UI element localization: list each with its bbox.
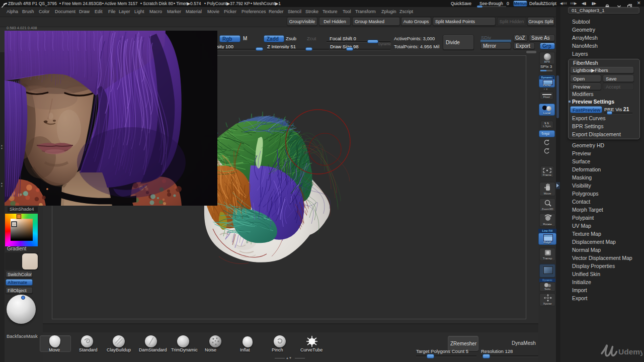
svg-text:Udemy: Udemy [618, 347, 642, 356]
